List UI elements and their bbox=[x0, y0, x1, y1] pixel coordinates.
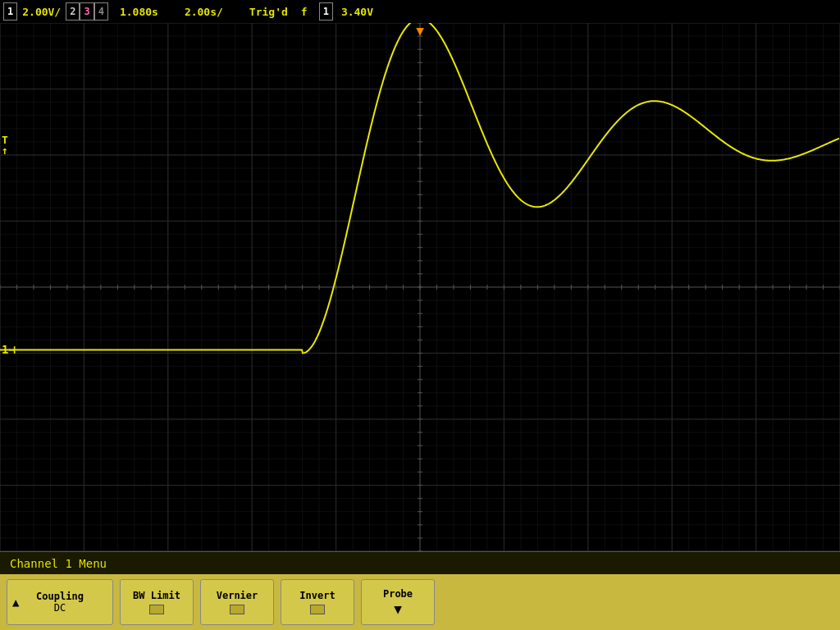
trig-status: Trig'd bbox=[244, 2, 293, 21]
ch1-indicator: 1 bbox=[3, 2, 17, 21]
waveform-display: ▼ bbox=[0, 23, 840, 551]
invert-button[interactable]: Invert bbox=[281, 579, 354, 625]
vernier-button[interactable]: Vernier bbox=[200, 579, 274, 625]
ch1-scale: 2.00V/ bbox=[17, 2, 66, 21]
vernier-label: Vernier bbox=[217, 590, 258, 601]
time-position: 1.080s bbox=[115, 2, 163, 21]
invert-label: Invert bbox=[299, 590, 335, 601]
bw-limit-label: BW Limit bbox=[133, 590, 180, 601]
probe-label: Probe bbox=[383, 588, 413, 600]
ch4-indicator: 4 bbox=[94, 2, 108, 21]
channel-menu-label: Channel 1 Menu bbox=[0, 551, 840, 574]
trig-edge-icon: f bbox=[296, 2, 313, 21]
channel-menu-text: Channel 1 Menu bbox=[10, 557, 107, 570]
coupling-value: DC bbox=[54, 602, 66, 614]
invert-checkbox bbox=[310, 605, 325, 614]
ch2-indicator: 2 bbox=[66, 2, 80, 21]
menu-bar: ▲ Coupling DC BW Limit Vernier Invert Pr… bbox=[0, 574, 840, 630]
vernier-checkbox bbox=[230, 605, 244, 614]
probe-down-icon: ▼ bbox=[394, 601, 402, 617]
bw-limit-button[interactable]: BW Limit bbox=[120, 579, 194, 625]
trigger-position-arrow: ▼ bbox=[416, 23, 424, 39]
oscilloscope: 1 2.00V/ 2 3 4 1.080s 2.00s/ Trig'd f 1 … bbox=[0, 0, 840, 630]
grid-canvas bbox=[0, 23, 840, 551]
coupling-button[interactable]: ▲ Coupling DC bbox=[7, 579, 113, 625]
coupling-arrow-icon: ▲ bbox=[12, 596, 19, 609]
probe-button[interactable]: Probe ▼ bbox=[361, 579, 435, 625]
ch3-indicator: 3 bbox=[80, 2, 94, 21]
bw-limit-checkbox bbox=[149, 605, 164, 614]
trig-level: 3.40V bbox=[336, 2, 378, 21]
trig-source: 1 bbox=[319, 2, 333, 21]
timebase: 2.00s/ bbox=[180, 2, 228, 21]
top-bar: 1 2.00V/ 2 3 4 1.080s 2.00s/ Trig'd f 1 … bbox=[0, 0, 840, 23]
coupling-label: Coupling bbox=[36, 591, 84, 602]
